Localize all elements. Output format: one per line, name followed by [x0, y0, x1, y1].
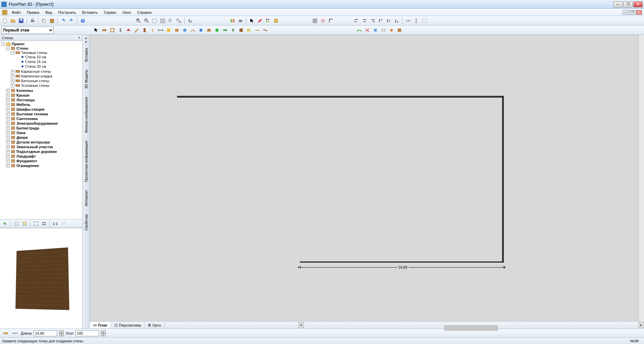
distribute-v-button[interactable] — [413, 17, 420, 24]
tree-cat-14[interactable]: + Ландшафт — [6, 154, 82, 158]
tree-cat-2[interactable]: + Лестницы — [6, 98, 82, 102]
vtab-filter[interactable]: Фильтр изображения — [83, 94, 89, 136]
wall-segment-right[interactable] — [502, 96, 504, 263]
tool-18[interactable] — [229, 26, 237, 34]
tree-cat-9[interactable]: + Окна — [6, 131, 82, 135]
menu-service[interactable]: Сервис — [101, 9, 119, 15]
zoom-window-button[interactable] — [151, 17, 158, 24]
tree-wall-type-2[interactable]: + Кирпичная кладка — [11, 74, 82, 78]
tree-wall-type-1[interactable]: + Каркасные стены — [11, 69, 82, 73]
sb-tool-7[interactable] — [60, 220, 67, 227]
catalog-tree[interactable]: − Проект − Стены − — [0, 41, 82, 219]
menu-view[interactable]: Вид — [42, 9, 55, 15]
menu-build[interactable]: Построить — [55, 9, 79, 15]
vtab-internet[interactable]: Интернет — [83, 187, 89, 209]
minimize-button[interactable]: — — [613, 1, 623, 7]
distribute-h-button[interactable] — [405, 17, 412, 24]
path-tool-1[interactable] — [356, 26, 363, 34]
refresh-button[interactable] — [186, 17, 194, 24]
wall-tool-button[interactable] — [101, 26, 108, 34]
wall-segment-drawing[interactable] — [300, 262, 504, 263]
vtab-props[interactable]: Свойства — [83, 211, 89, 233]
maximize-button[interactable]: ❐ — [623, 1, 633, 7]
hatch-tool-button[interactable] — [165, 26, 172, 34]
tree-cat-13[interactable]: + Подъездные дорожки — [6, 150, 82, 154]
hscroll-left-button[interactable]: ◂ — [298, 322, 304, 328]
help-button[interactable]: ? — [79, 17, 87, 24]
sb-tool-1[interactable] — [1, 220, 9, 227]
tree-wall-type-3[interactable]: + Бетонные стены — [11, 79, 82, 83]
sb-tool-5[interactable] — [40, 220, 48, 227]
tree-wall-type-0[interactable]: − Типовые стены — [11, 51, 82, 55]
tab-perspective[interactable]: ◫Перспектива — [111, 322, 145, 328]
snap-button[interactable] — [319, 17, 327, 24]
grid-button[interactable] — [311, 17, 319, 24]
tab-plan[interactable]: ▭План — [90, 322, 111, 328]
path-tool-5[interactable] — [388, 26, 395, 34]
menu-edit[interactable]: Правка — [24, 9, 42, 15]
angle-spinner[interactable]: ▴▾ — [101, 330, 106, 336]
mdi-minimize-button[interactable]: — — [623, 10, 629, 15]
align-top-button[interactable] — [377, 17, 384, 24]
furniture-tool-button[interactable] — [173, 26, 180, 34]
text-tool-button[interactable]: T — [149, 26, 156, 34]
tree-cat-16[interactable]: + Ограждения — [6, 164, 82, 168]
sb-tool-6[interactable]: 1:1 — [52, 220, 59, 227]
group-button[interactable] — [421, 17, 428, 24]
tool-12[interactable] — [181, 26, 189, 34]
roof-tool-button[interactable] — [125, 26, 132, 34]
align-right-button[interactable] — [369, 17, 376, 24]
tree-cat-6[interactable]: + Сантехника — [6, 117, 82, 121]
tree-cat-10[interactable]: + Двери — [6, 135, 82, 139]
sb-tool-3[interactable] — [21, 220, 28, 227]
menu-file[interactable]: Файл — [9, 9, 24, 15]
zoom-all-button[interactable] — [175, 17, 182, 24]
angle-input[interactable] — [75, 330, 99, 336]
tree-walls[interactable]: − Стены — [6, 46, 82, 50]
vtab-up-button[interactable]: ▴ — [84, 36, 89, 40]
panel-close-icon[interactable]: × — [78, 36, 80, 40]
tool-19[interactable] — [237, 26, 245, 34]
materials-button[interactable] — [272, 17, 280, 24]
tool-22[interactable] — [262, 26, 269, 34]
tree-cat-11[interactable]: + Детали интерьера — [6, 140, 82, 144]
tool-21[interactable] — [254, 26, 261, 34]
units-icon[interactable] — [11, 330, 19, 337]
path-tool-3[interactable] — [372, 26, 379, 34]
tree-wall-item-1[interactable]: + Стена 15 см — [15, 60, 82, 64]
close-button[interactable]: ✕ — [633, 1, 643, 7]
plan-canvas[interactable]: ⇤ ⇥ 14,60 — [90, 35, 644, 321]
stairs-tool-button[interactable] — [133, 26, 140, 34]
wall-segment-top[interactable] — [177, 96, 504, 98]
ortho-button[interactable] — [327, 17, 335, 24]
arrow-tool-button[interactable] — [248, 17, 256, 24]
tree-wall-item-2[interactable]: + Стена 20 см — [15, 64, 82, 68]
color-tool-button[interactable] — [264, 17, 272, 24]
print-plan-button[interactable] — [229, 17, 236, 24]
measure-icon[interactable] — [2, 330, 9, 337]
menu-help[interactable]: Справка — [134, 9, 155, 15]
tree-cat-1[interactable]: + Крыши — [6, 93, 82, 97]
pencil-tool-button[interactable] — [256, 17, 264, 24]
paste-button[interactable] — [48, 17, 56, 24]
path-tool-6[interactable] — [396, 26, 403, 34]
tree-cat-0[interactable]: + Колонны — [6, 89, 82, 93]
zoom-prev-button[interactable] — [167, 17, 174, 24]
redo-button[interactable] — [68, 17, 75, 24]
select-tool-button[interactable] — [93, 26, 100, 34]
length-spinner[interactable]: ▴▾ — [59, 330, 64, 336]
sb-tool-4[interactable] — [32, 220, 40, 227]
sb-tool-2[interactable] — [13, 220, 20, 227]
tree-cat-15[interactable]: + Фундамент — [6, 159, 82, 163]
vtab-projinfo[interactable]: Проектная информация — [83, 138, 89, 185]
tab-ortho[interactable]: ⊞Орто — [145, 322, 164, 328]
menu-window[interactable]: Окно — [119, 9, 134, 15]
tree-cat-8[interactable]: + Балюстрада — [6, 126, 82, 130]
zoom-in-button[interactable]: + — [135, 17, 142, 24]
tree-cat-4[interactable]: + Шкафы-секции — [6, 107, 82, 111]
align-center-button[interactable] — [361, 17, 368, 24]
zoom-fit-button[interactable] — [159, 17, 166, 24]
length-input[interactable] — [34, 330, 57, 336]
room-tool-button[interactable] — [109, 26, 116, 34]
tool-20[interactable] — [246, 26, 253, 34]
